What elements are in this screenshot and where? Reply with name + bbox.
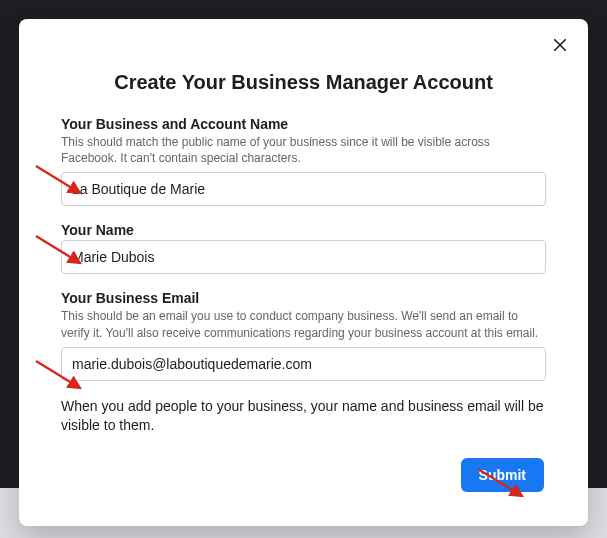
business-name-label: Your Business and Account Name <box>61 116 546 132</box>
your-name-group: Your Name <box>61 222 546 274</box>
business-name-input[interactable] <box>61 172 546 206</box>
close-button[interactable] <box>548 33 572 57</box>
business-email-hint: This should be an email you use to condu… <box>61 308 546 340</box>
your-name-label: Your Name <box>61 222 546 238</box>
modal-dialog: Create Your Business Manager Account You… <box>19 19 588 526</box>
modal-title: Create Your Business Manager Account <box>19 71 588 94</box>
actions-row: Submit <box>61 458 546 492</box>
business-email-group: Your Business Email This should be an em… <box>61 290 546 380</box>
disclosure-text: When you add people to your business, yo… <box>61 397 546 436</box>
business-name-hint: This should match the public name of you… <box>61 134 546 166</box>
your-name-input[interactable] <box>61 240 546 274</box>
modal-content: Your Business and Account Name This shou… <box>19 116 588 492</box>
close-icon <box>551 36 569 54</box>
business-email-input[interactable] <box>61 347 546 381</box>
submit-button[interactable]: Submit <box>461 458 544 492</box>
business-name-group: Your Business and Account Name This shou… <box>61 116 546 206</box>
business-email-label: Your Business Email <box>61 290 546 306</box>
